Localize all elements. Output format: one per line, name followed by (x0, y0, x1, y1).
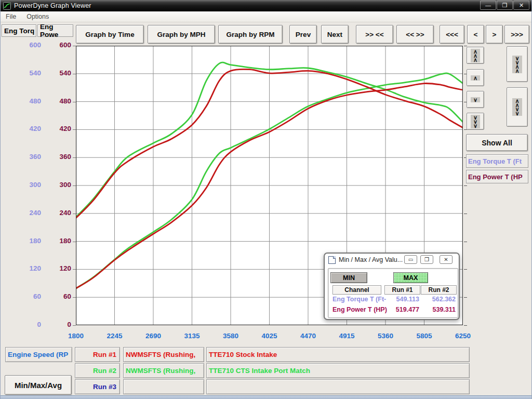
y-tick-torque: 120 (10, 264, 41, 272)
x-axis-channel-field[interactable]: Engine Speed (RP (5, 347, 72, 362)
chevron-icon: ∧∧∧ (471, 49, 480, 62)
toolbar-graph-by-time-button[interactable]: Graph by Time (76, 25, 144, 44)
y-axis-labels: 6006005405404804804204203603603003002402… (1, 46, 76, 325)
y-tick-power: 180 (40, 237, 71, 245)
tab-eng-power[interactable]: Eng Powe (37, 24, 73, 37)
menu-options[interactable]: Options (21, 13, 54, 20)
scroll-down-button[interactable]: ∨ (467, 91, 484, 108)
toolbar-pan-left-fast-button[interactable]: <<< (440, 25, 464, 44)
toolbar-zoom-in-x-button[interactable]: >> << (356, 25, 393, 44)
chevron-glyph: ∨ (473, 124, 477, 128)
y-tick-power: 600 (40, 41, 71, 49)
scroll-up-fast-button[interactable]: ∧∧∧ (467, 47, 484, 64)
y-tick-torque: 540 (10, 69, 41, 77)
menu-bar: File Options (1, 11, 531, 22)
close-button[interactable]: ✕ (513, 1, 529, 10)
title-bar[interactable]: PowerDyne Graph Viewer — ❐ ✕ (1, 0, 531, 11)
minmax-minimize-button[interactable]: ▭ (404, 255, 417, 264)
minmax-maximize-button[interactable]: ❐ (420, 255, 433, 264)
window-bottom-edge (1, 395, 531, 399)
chevron-glyph: ∨ (515, 111, 519, 115)
minmax-row-run1-value: 549.113 (383, 296, 419, 303)
y-tick-power: 480 (40, 97, 71, 105)
y-tick-torque: 300 (10, 181, 41, 189)
chevron-glyph: ∨ (473, 98, 477, 102)
run-1-file-field[interactable]: NWMSFTS (Rushing, (123, 347, 204, 362)
window-controls: — ❐ ✕ (480, 1, 529, 10)
y-tick-torque: 240 (10, 209, 41, 217)
y-tick-power: 240 (40, 209, 71, 217)
y-tick-torque: 0 (10, 321, 41, 328)
y-zoom-out-button[interactable]: ∧∧∨∨ (507, 87, 528, 127)
minmax-row-run1-value: 519.477 (383, 306, 419, 313)
chevron-icon: ∧ (471, 75, 480, 81)
minmax-window-icon (328, 256, 336, 264)
x-tick-label: 5805 (406, 332, 443, 340)
y-zoom-in-button[interactable]: ∨∨∧∧ (507, 46, 528, 82)
toolbar-pan-right-button[interactable]: > (486, 25, 503, 44)
chevron-icon: ∧∧∨∨ (512, 98, 522, 116)
column-header-run1[interactable]: Run #1 (384, 285, 420, 295)
toolbar-pan-right-fast-button[interactable]: >>> (504, 25, 529, 44)
toolbar-prev-button[interactable]: Prev (289, 25, 317, 44)
run-2-description-field[interactable]: TTE710 CTS Intake Port Match (206, 363, 470, 378)
x-tick-label: 1800 (58, 332, 94, 340)
channel-label-torque[interactable]: Eng Torque T (Ft (466, 154, 528, 168)
run-label-2[interactable]: Run #2 (75, 363, 120, 378)
x-tick-label: 6250 (445, 332, 481, 340)
minimize-button[interactable]: — (480, 1, 496, 10)
y-tick-power: 120 (40, 264, 71, 272)
app-icon (3, 2, 11, 10)
run-label-1[interactable]: Run #1 (75, 347, 120, 362)
window-title: PowerDyne Graph Viewer (14, 2, 91, 9)
y-tick-power: 360 (40, 153, 71, 161)
toolbar-graph-by-mph-button[interactable]: Graph by MPH (148, 25, 215, 44)
menu-file[interactable]: File (1, 13, 21, 20)
y-tick-torque: 180 (10, 237, 41, 245)
chevron-glyph: ∧ (473, 76, 477, 80)
x-tick-label: 4915 (329, 332, 365, 340)
channel-label-power[interactable]: Eng Power T (HP (466, 170, 528, 183)
minmax-title-bar[interactable]: Min / Max / Avg Valu... ▭ ❐ ✕ (325, 254, 459, 266)
x-tick-label: 5360 (367, 332, 404, 340)
toolbar-next-button[interactable]: Next (321, 25, 349, 44)
column-header-run2[interactable]: Run #2 (421, 285, 457, 295)
chevron-icon: ∨∨∨ (471, 115, 480, 128)
run-3-file-field[interactable] (123, 379, 204, 394)
run-1-description-field[interactable]: TTE710 Stock Intake (206, 347, 470, 362)
y-tick-mark (464, 214, 467, 214)
tab-eng-torque[interactable]: Eng Torq (2, 24, 36, 37)
minmax-close-button[interactable]: ✕ (440, 255, 453, 264)
y-tick-torque: 480 (10, 97, 41, 105)
minmax-window[interactable]: Min / Max / Avg Valu... ▭ ❐ ✕ MIN MAX Ch… (324, 252, 460, 320)
run-3-description-field[interactable] (206, 379, 470, 394)
maximize-button[interactable]: ❐ (497, 1, 513, 10)
y-tick-mark (464, 185, 467, 186)
x-tick-label: 2690 (135, 332, 171, 340)
chevron-icon: ∨∨∧∧ (512, 56, 522, 73)
x-tick-label: 3135 (174, 332, 210, 340)
max-button[interactable]: MAX (393, 272, 428, 283)
scroll-up-button[interactable]: ∧ (467, 69, 484, 86)
min-button[interactable]: MIN (330, 272, 367, 283)
toolbar-pan-left-button[interactable]: < (467, 25, 484, 44)
run-2-file-field[interactable]: NWMSFTS (Rushing, (123, 363, 204, 378)
y-tick-power: 540 (40, 69, 71, 77)
scroll-down-fast-button[interactable]: ∨∨∨ (467, 113, 484, 130)
minmax-window-title: Min / Max / Avg Valu... (339, 256, 403, 263)
minmax-window-controls: ▭ ❐ ✕ (401, 255, 453, 264)
chevron-icon: ∨ (471, 97, 480, 102)
toolbar-graph-by-rpm-button[interactable]: Graph by RPM (218, 25, 283, 44)
y-tick-torque: 60 (10, 292, 41, 300)
column-header-channel[interactable]: Channel (332, 285, 381, 295)
run-label-3[interactable]: Run #3 (75, 379, 120, 394)
x-axis-channel-label: Engine Speed (RP (6, 351, 68, 358)
y-tick-power: 0 (40, 321, 71, 328)
y-tick-mark (464, 46, 467, 46)
toolbar-zoom-out-x-button[interactable]: << >> (396, 25, 434, 44)
y-tick-mark (464, 297, 467, 298)
chevron-glyph: ∧ (515, 69, 519, 73)
x-tick-label: 4025 (251, 332, 288, 340)
show-all-button[interactable]: Show All (466, 134, 528, 151)
min-max-avg-button[interactable]: Min/Max/Avg (5, 375, 72, 395)
